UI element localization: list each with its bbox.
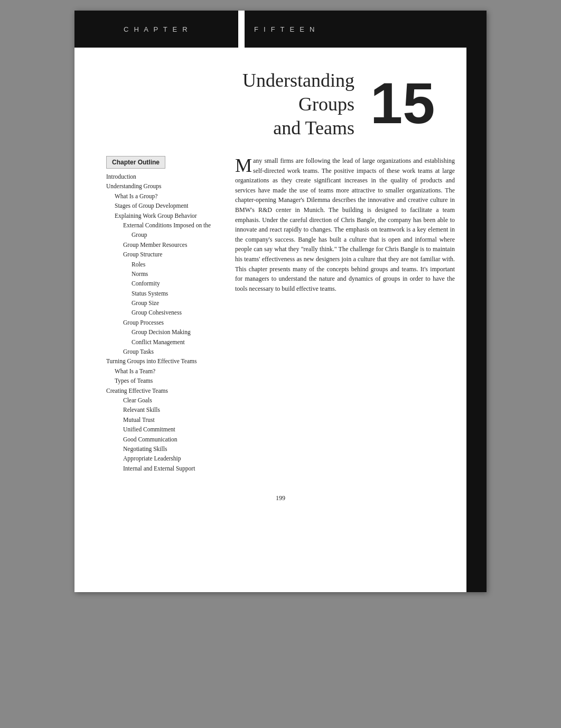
title-section: Understanding Groups and Teams 15 <box>106 69 455 140</box>
outline-item: Good Communication <box>123 435 222 444</box>
outline-item: Relevant Skills <box>123 405 222 414</box>
drop-cap: M <box>235 156 252 175</box>
outline-item: Internal and External Support <box>123 464 222 473</box>
outline-item: Roles <box>132 260 222 269</box>
outline-item: Negotiating Skills <box>123 444 222 454</box>
page-number: 199 <box>106 494 455 502</box>
outline-item: Group Tasks <box>123 347 222 356</box>
outline-item: What Is a Team? <box>115 366 222 376</box>
outline-item: Turning Groups into Effective Teams <box>106 356 222 366</box>
outline-item: Group <box>132 230 222 239</box>
title-line2: Groups <box>298 94 354 115</box>
outline-item: Group Structure <box>123 250 222 259</box>
page: C H A P T E R F I F T E E N Understandin… <box>74 11 487 592</box>
right-column: Many small firms are following the lead … <box>235 156 455 473</box>
outline-item: Group Decision Making <box>132 327 222 337</box>
outline-item: Introduction <box>106 172 222 181</box>
left-column: Chapter Outline IntroductionUnderstandin… <box>106 156 222 473</box>
outline-item: Appropriate Leadership <box>123 454 222 463</box>
outline-box-label: Chapter Outline <box>106 156 165 169</box>
chapter-word: C H A P T E R <box>124 25 189 33</box>
chapter-number: 15 <box>370 69 455 132</box>
outline-item: Group Cohesiveness <box>132 308 222 317</box>
outline-item: Types of Teams <box>115 376 222 385</box>
body-columns: Chapter Outline IntroductionUnderstandin… <box>106 156 455 473</box>
outline-item: Status Systems <box>132 289 222 298</box>
title-line3: and Teams <box>273 117 354 139</box>
outline-item: Creating Effective Teams <box>106 386 222 395</box>
chapter-title: Understanding Groups and Teams <box>106 69 370 140</box>
outline-item: Stages of Group Development <box>115 201 222 210</box>
outline-item: Group Size <box>132 298 222 308</box>
title-line1: Understanding <box>242 70 354 91</box>
outline-item: Norms <box>132 269 222 279</box>
outline-item: Understanding Groups <box>106 181 222 191</box>
outline-item: Conformity <box>132 279 222 288</box>
header-gap <box>238 11 245 48</box>
outline-item: Group Member Resources <box>123 240 222 250</box>
outline-item: External Conditions Imposed on the <box>123 220 222 230</box>
outline-item: What Is a Group? <box>115 191 222 201</box>
body-text-content: any small firms are following the lead o… <box>235 157 455 292</box>
header-chapter-label: C H A P T E R <box>74 11 238 48</box>
outline-item: Mutual Trust <box>123 415 222 425</box>
chapter-header: C H A P T E R F I F T E E N <box>74 11 487 48</box>
content-area: Understanding Groups and Teams 15 Chapte… <box>74 48 487 523</box>
chapter-name: F I F T E E N <box>254 25 316 33</box>
outline-list: IntroductionUnderstanding GroupsWhat Is … <box>106 172 222 473</box>
header-chapter-name: F I F T E E N <box>245 11 487 48</box>
outline-item: Clear Goals <box>123 395 222 405</box>
body-paragraph: Many small firms are following the lead … <box>235 156 455 293</box>
outline-item: Conflict Management <box>132 337 222 347</box>
outline-item: Group Processes <box>123 318 222 327</box>
outline-item: Explaining Work Group Behavior <box>115 211 222 220</box>
outline-item: Unified Commitment <box>123 425 222 434</box>
